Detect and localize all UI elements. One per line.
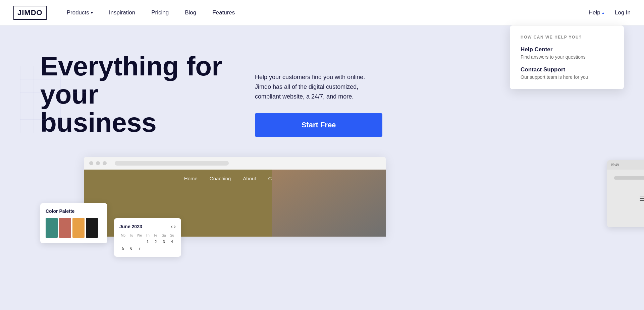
- nav-products[interactable]: Products ▾: [67, 9, 93, 16]
- chevron-down-icon: ▾: [91, 10, 93, 15]
- cal-header-we: We: [136, 233, 143, 238]
- swatch-teal: [46, 218, 58, 238]
- browser-mockup-wrapper: Home Coaching About Contact Color Palett…: [84, 157, 604, 237]
- color-palette-title: Color Palette: [46, 208, 102, 214]
- help-dropdown: HOW CAN WE HELP YOU? Help Center Find an…: [510, 25, 624, 89]
- help-center-item[interactable]: Help Center Find answers to your questio…: [521, 46, 613, 60]
- navbar: JIMDO Products ▾ Inspiration Pricing Blo…: [0, 0, 644, 25]
- grid-decoration: [20, 66, 87, 133]
- mobile-status-bar: 15:49 ▣ ▣ ▣: [607, 160, 644, 170]
- calendar-month-year: June 2023: [119, 224, 142, 229]
- nav-inspiration[interactable]: Inspiration: [109, 9, 135, 16]
- color-swatches: [46, 218, 102, 238]
- mobile-time: 15:49: [610, 163, 619, 167]
- help-center-title: Help Center: [521, 46, 613, 53]
- nav-pricing[interactable]: Pricing: [151, 9, 169, 16]
- color-palette-panel: Color Palette: [40, 203, 107, 243]
- calendar-nav: ‹ ›: [171, 224, 176, 230]
- browser-dot-3: [103, 161, 107, 165]
- hamburger-icon: ☰: [639, 194, 644, 202]
- mobile-body: ☰: [607, 170, 644, 227]
- swatch-black: [86, 218, 98, 238]
- browser-url-bar: [115, 161, 229, 166]
- help-button[interactable]: Help ▴: [589, 9, 604, 16]
- woman-photo: [272, 170, 386, 237]
- cal-header-tu: Tu: [127, 233, 135, 238]
- help-center-desc: Find answers to your questions: [521, 54, 613, 60]
- cal-header-su: Su: [168, 233, 176, 238]
- browser-nav-about: About: [243, 176, 256, 181]
- calendar-next[interactable]: ›: [174, 224, 176, 229]
- navbar-right: Help ▴ Log In: [589, 9, 631, 16]
- nav-features[interactable]: Features: [212, 9, 235, 16]
- svg-rect-0: [20, 66, 87, 133]
- contact-support-item[interactable]: Contact Support Our support team is here…: [521, 66, 613, 80]
- contact-support-desc: Our support team is here for you: [521, 74, 613, 80]
- swatch-orange: [72, 218, 85, 238]
- contact-support-title: Contact Support: [521, 66, 613, 73]
- logo[interactable]: JIMDO: [13, 6, 47, 20]
- browser-dot-2: [96, 161, 100, 165]
- hero-subtext: Help your customers find you with online…: [255, 72, 382, 101]
- cal-header-th: Th: [144, 233, 151, 238]
- login-button[interactable]: Log In: [615, 9, 631, 16]
- browser-nav-coaching: Coaching: [210, 176, 231, 181]
- hero-right: Help your customers find you with online…: [255, 52, 382, 137]
- cal-header-fr: Fr: [152, 233, 159, 238]
- cal-header-mo: Mo: [119, 233, 127, 238]
- swatch-red: [59, 218, 71, 238]
- calendar-grid: Mo Tu We Th Fr Sa Su 1 2 3 4 5 6 7: [119, 233, 176, 251]
- browser-nav-home: Home: [184, 176, 198, 181]
- calendar-prev[interactable]: ‹: [171, 224, 172, 229]
- help-dropdown-title: HOW CAN WE HELP YOU?: [521, 35, 613, 40]
- calendar-panel: June 2023 ‹ › Mo Tu We Th Fr Sa Su 1 2 3: [114, 218, 181, 257]
- chevron-up-icon: ▴: [602, 10, 604, 15]
- nav-blog[interactable]: Blog: [185, 9, 196, 16]
- mobile-panel: 15:49 ▣ ▣ ▣ ☰: [607, 160, 644, 227]
- nav-links: Products ▾ Inspiration Pricing Blog Feat…: [67, 9, 589, 16]
- start-free-button[interactable]: Start Free: [255, 113, 382, 137]
- browser-dot-1: [89, 161, 93, 165]
- calendar-header: June 2023 ‹ ›: [119, 224, 176, 230]
- browser-bar: [84, 157, 386, 170]
- cal-header-sa: Sa: [160, 233, 167, 238]
